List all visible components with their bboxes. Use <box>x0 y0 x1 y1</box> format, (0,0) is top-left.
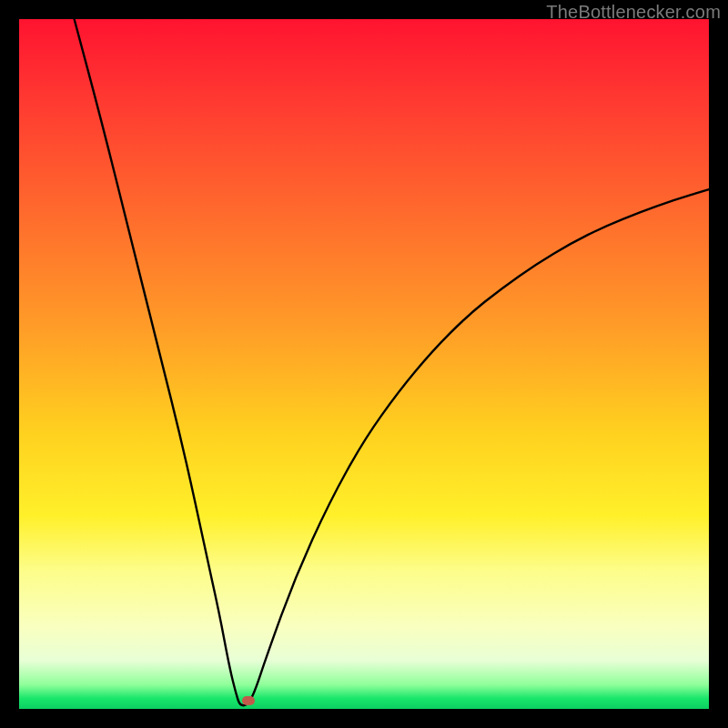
watermark-text: TheBottlenecker.com <box>546 2 721 23</box>
curve-path <box>75 19 709 705</box>
plot-area <box>19 19 709 709</box>
bottleneck-curve <box>19 19 709 709</box>
chart-frame: TheBottlenecker.com <box>0 0 728 728</box>
optimal-point-marker <box>242 696 255 705</box>
